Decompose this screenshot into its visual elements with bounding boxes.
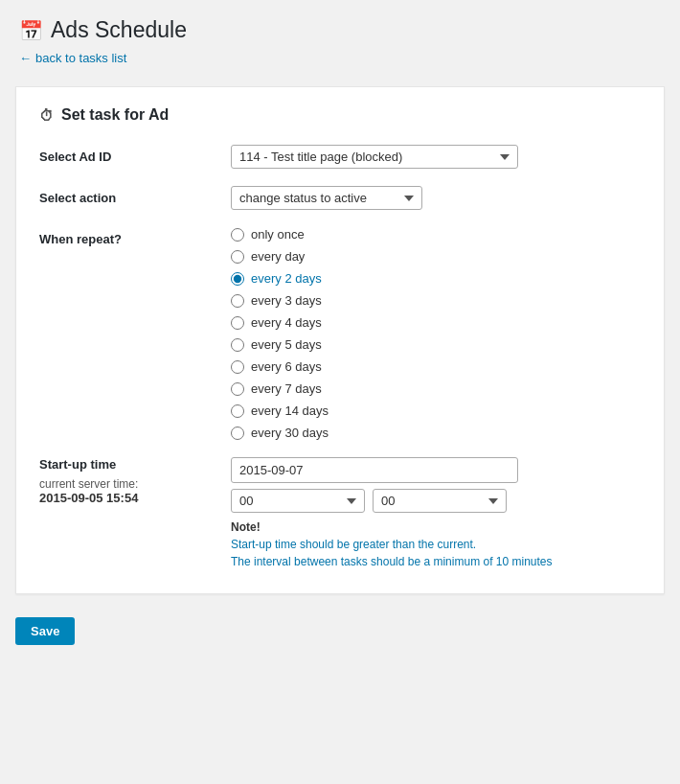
repeat-radio-1[interactable]: [231, 250, 244, 264]
repeat-radio-item: every 4 days: [231, 315, 641, 330]
server-time-label: current server time:: [39, 477, 231, 491]
repeat-radio-label-7: every 7 days: [251, 381, 322, 396]
repeat-radio-item: every 6 days: [231, 359, 641, 374]
action-label: Select action: [39, 186, 231, 205]
repeat-radio-label-5: every 5 days: [251, 337, 322, 352]
startup-right: 0001020304050607080910111213141516171819…: [231, 457, 641, 570]
card-title: ⏱ Set task for Ad: [39, 106, 641, 124]
ad-id-control: 114 - Test title page (blocked): [231, 145, 641, 169]
minute-select[interactable]: 000510152025303540455055: [373, 489, 507, 513]
repeat-radio-item: every 7 days: [231, 381, 641, 396]
repeat-control: only onceevery dayevery 2 daysevery 3 da…: [231, 227, 641, 440]
startup-time-row: Start-up time current server time: 2015-…: [39, 457, 641, 570]
action-control: change status to active change status to…: [231, 186, 641, 210]
repeat-radio-label-2: every 2 days: [251, 271, 322, 286]
repeat-radio-label-14: every 14 days: [251, 404, 329, 418]
ad-id-select[interactable]: 114 - Test title page (blocked): [231, 145, 518, 169]
clock-icon: ⏱: [39, 107, 54, 124]
repeat-radio-item: only once: [231, 227, 641, 242]
hour-select[interactable]: 0001020304050607080910111213141516171819…: [231, 489, 365, 513]
date-input[interactable]: [231, 457, 518, 483]
save-button[interactable]: Save: [15, 617, 75, 645]
startup-left: Start-up time current server time: 2015-…: [39, 457, 231, 505]
repeat-radio-item: every day: [231, 249, 641, 264]
repeat-radio-once[interactable]: [231, 228, 244, 242]
note-line1: Start-up time should be greater than the…: [231, 536, 641, 553]
repeat-radio-item: every 14 days: [231, 404, 641, 418]
startup-time-label: Start-up time: [39, 457, 231, 472]
time-selects: 0001020304050607080910111213141516171819…: [231, 489, 641, 513]
repeat-radio-item: every 30 days: [231, 426, 641, 440]
repeat-radio-label-6: every 6 days: [251, 359, 322, 374]
action-row: Select action change status to active ch…: [39, 186, 641, 210]
repeat-radio-item: every 5 days: [231, 337, 641, 352]
main-card: ⏱ Set task for Ad Select Ad ID 114 - Tes…: [15, 86, 665, 594]
repeat-radio-3[interactable]: [231, 294, 244, 308]
back-link-text: back to tasks list: [35, 51, 126, 65]
calendar-icon: 📅: [19, 19, 43, 42]
repeat-radio-30[interactable]: [231, 427, 244, 440]
ad-id-label: Select Ad ID: [39, 145, 231, 164]
repeat-row: When repeat? only onceevery dayevery 2 d…: [39, 227, 641, 440]
repeat-radio-item: every 3 days: [231, 293, 641, 308]
repeat-radio-14[interactable]: [231, 404, 244, 418]
repeat-radio-label-1: every day: [251, 249, 305, 264]
ad-id-row: Select Ad ID 114 - Test title page (bloc…: [39, 145, 641, 169]
repeat-radio-label-3: every 3 days: [251, 293, 322, 308]
action-select[interactable]: change status to active change status to…: [231, 186, 422, 210]
repeat-radio-7[interactable]: [231, 382, 244, 396]
repeat-radio-label-30: every 30 days: [251, 426, 329, 440]
back-link[interactable]: ← back to tasks list: [19, 51, 661, 65]
back-arrow-icon: ←: [19, 51, 32, 65]
repeat-radio-label-4: every 4 days: [251, 315, 322, 330]
repeat-label: When repeat?: [39, 227, 231, 246]
note-box: Note! Start-up time should be greater th…: [231, 520, 641, 570]
note-line2: The interval between tasks should be a m…: [231, 553, 641, 570]
note-text: Start-up time should be greater than the…: [231, 536, 641, 570]
card-title-text: Set task for Ad: [61, 106, 169, 124]
repeat-radio-6[interactable]: [231, 360, 244, 374]
repeat-radio-4[interactable]: [231, 316, 244, 330]
note-title: Note!: [231, 520, 641, 534]
repeat-radio-item: every 2 days: [231, 271, 641, 286]
repeat-radio-5[interactable]: [231, 338, 244, 352]
repeat-radio-group: only onceevery dayevery 2 daysevery 3 da…: [231, 227, 641, 440]
page-title-text: Ads Schedule: [51, 17, 187, 43]
page-title: 📅 Ads Schedule: [19, 17, 661, 43]
repeat-radio-2[interactable]: [231, 272, 244, 286]
save-bar: Save: [0, 606, 680, 657]
server-time-value: 2015-09-05 15:54: [39, 491, 231, 505]
repeat-radio-label-once: only once: [251, 227, 305, 242]
